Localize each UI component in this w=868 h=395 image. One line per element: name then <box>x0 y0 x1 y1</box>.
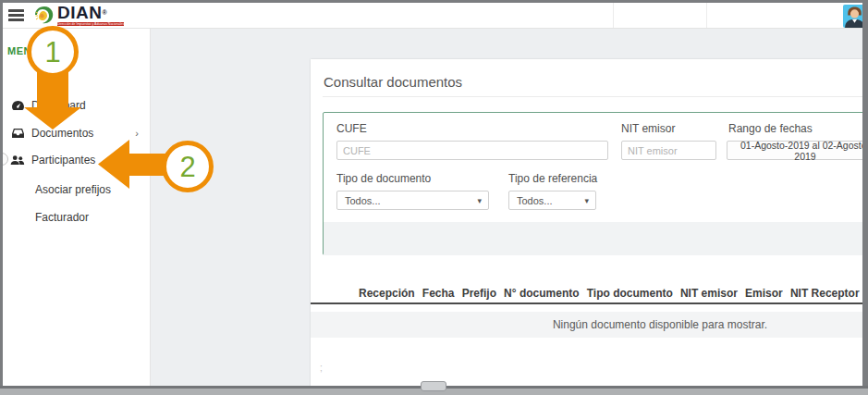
horizontal-scrollbar-handle[interactable] <box>421 381 446 391</box>
chevron-right-icon: › <box>135 128 139 139</box>
sidebar-item-dashboard[interactable]: Dashboard <box>3 93 150 118</box>
brand-tagline: Dirección de Impuestos y Aduanas Naciona… <box>57 22 124 26</box>
sidebar-item-asociar-prefijos[interactable]: Asociar prefijos <box>3 177 150 203</box>
sidebar-item-participantes[interactable]: Participantes ⌄ <box>3 147 150 173</box>
filter-panel-footer: Buscar <box>324 222 862 255</box>
tipo-referencia-select[interactable]: Todos... ▾ <box>508 191 596 210</box>
consultar-documentos-card: Consultar documentos CUFE NIT emisor Ran… <box>311 59 862 386</box>
rango-fechas-value: 01-Agosto-2019 al 02-Agosto-2019 <box>735 140 862 162</box>
title-divider <box>323 96 862 97</box>
column-header: Prefijo <box>462 287 496 300</box>
chevron-down-icon: ⌄ <box>130 154 139 167</box>
column-header: Emisor <box>745 287 783 300</box>
nit-emisor-input[interactable] <box>621 141 716 160</box>
tipo-referencia-label: Tipo de referencia <box>508 172 597 185</box>
tipo-referencia-value: Todos... <box>517 195 553 206</box>
sidebar-item-documentos[interactable]: Documentos › <box>3 120 150 146</box>
tipo-documento-label: Tipo de documento <box>336 172 431 185</box>
application-window: DIAN® Dirección de Impuestos y Aduanas N… <box>3 3 862 386</box>
column-header: Tipo documento <box>587 287 673 300</box>
caret-down-icon: ▾ <box>584 196 589 205</box>
sidebar-item-label: Facturador <box>35 211 89 224</box>
sidebar-item-label: Asociar prefijos <box>35 183 111 196</box>
dian-logo: DIAN® Dirección de Impuestos y Aduanas N… <box>33 4 124 28</box>
header-divider <box>706 3 707 29</box>
tipo-documento-value: Todos... <box>345 195 381 206</box>
caret-down-icon: ▾ <box>477 196 482 205</box>
cufe-input[interactable] <box>336 141 608 160</box>
sidebar-item-label: Participantes <box>31 154 95 167</box>
cufe-label: CUFE <box>336 122 367 135</box>
column-header: Recepción <box>359 287 415 300</box>
hamburger-menu-icon[interactable] <box>8 9 24 21</box>
column-header: NIT emisor <box>680 287 738 300</box>
user-avatar[interactable] <box>843 5 862 28</box>
main-content: Consultar documentos CUFE NIT emisor Ran… <box>152 29 862 386</box>
sidebar-item-label: Dashboard <box>31 99 86 112</box>
registered-mark: ® <box>102 9 107 16</box>
tipo-documento-select[interactable]: Todos... ▾ <box>336 191 489 210</box>
inbox-icon <box>10 128 25 139</box>
stray-character: ; <box>320 363 323 373</box>
column-header: Fecha <box>422 287 455 300</box>
sidebar-item-facturador[interactable]: Facturador <box>3 204 150 230</box>
table-header-row: Recepción Fecha Prefijo N° documento Tip… <box>311 287 862 300</box>
table-header-divider <box>311 302 862 304</box>
menu-title: MENÚ <box>7 45 39 56</box>
gauge-icon <box>10 100 25 111</box>
dian-swirl-icon <box>33 5 55 27</box>
users-icon <box>10 154 25 166</box>
page-title: Consultar documentos <box>324 74 462 90</box>
empty-state-message: Ningún documento disponible para mostrar… <box>553 318 767 331</box>
rango-fechas-picker[interactable]: 01-Agosto-2019 al 02-Agosto-2019 ⌄ <box>727 141 862 160</box>
empty-state-row: Ningún documento disponible para mostrar… <box>311 312 862 338</box>
column-header: N° documento <box>504 287 579 300</box>
column-header: NIT Receptor <box>790 287 860 300</box>
rango-fechas-label: Rango de fechas <box>728 122 813 135</box>
header-divider <box>613 3 614 29</box>
brand-text: DIAN® <box>57 3 107 22</box>
sidebar: MENÚ Dashboard Documentos › Participante… <box>3 29 151 386</box>
nit-emisor-label: NIT emisor <box>621 122 675 135</box>
top-header-bar: DIAN® Dirección de Impuestos y Aduanas N… <box>3 3 862 29</box>
sidebar-item-label: Documentos <box>31 127 93 140</box>
filter-panel: CUFE NIT emisor Rango de fechas 01-Agost… <box>323 112 862 255</box>
